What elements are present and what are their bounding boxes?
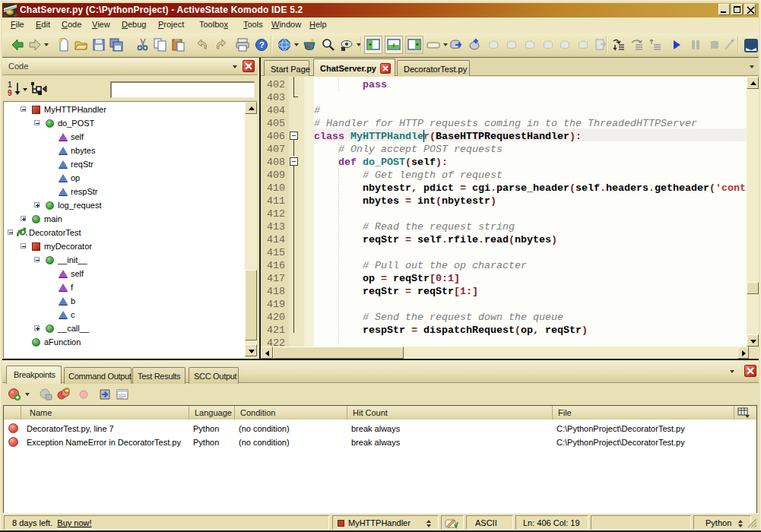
svg-text:w: w [305,43,312,50]
svg-text:?: ? [259,40,265,49]
svg-text:1: 1 [8,81,12,89]
svg-text:9: 9 [8,89,12,97]
